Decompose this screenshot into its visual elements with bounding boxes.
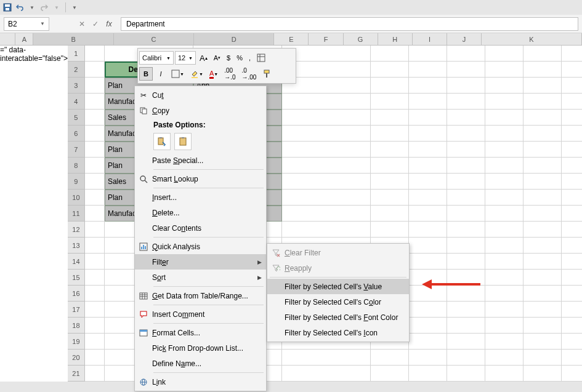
decrease-font-icon[interactable]: A▾ [211,51,223,65]
enter-icon[interactable]: ✓ [90,18,101,30]
row-header[interactable]: 2 [68,62,85,78]
quick-access-toolbar: ▼ ▼ ▼ [0,0,582,15]
row-header[interactable]: 1 [68,46,85,62]
paste-default-icon[interactable] [174,133,192,150]
row-header[interactable]: 11 [68,206,85,222]
menu-delete[interactable]: Delete... [135,205,266,220]
paste-keep-source-icon[interactable] [153,133,171,150]
name-box[interactable]: B2 ▼ [4,17,49,31]
svg-rect-22 [140,293,147,299]
menu-smart-lookup[interactable]: Smart Lookup [135,171,266,186]
menu-clear-contents[interactable]: Clear Contents [135,220,266,236]
menu-pick-list[interactable]: Pick From Drop-down List... [135,340,266,356]
col-header-d[interactable]: D [194,33,274,46]
col-header-k[interactable]: K [482,33,582,46]
font-size-combo[interactable]: 12▼ [175,51,196,65]
decrease-decimal-icon[interactable]: .00→.0 [222,67,238,81]
menu-format-cells[interactable]: Format Cells... [135,325,266,340]
italic-button[interactable]: I [154,67,168,81]
menu-paste-special[interactable]: Paste Special... [135,153,266,168]
format-painter-icon[interactable] [260,67,273,81]
submenu-filter-by-font-color[interactable]: Filter by Selected Cell's Font Color [267,310,409,325]
row-header[interactable]: 10 [68,190,85,206]
row-header[interactable]: 6 [68,126,85,142]
col-header-g[interactable]: G [344,33,378,46]
menu-copy[interactable]: Copy [135,103,266,118]
redo-dropdown-icon[interactable]: ▼ [52,2,62,12]
submenu-filter-by-value[interactable]: Filter by Selected Cell's Value [267,279,409,294]
undo-dropdown-icon[interactable]: ▼ [27,2,37,12]
col-header-i[interactable]: I [413,33,447,46]
row-header[interactable]: 5 [68,110,85,126]
row-header[interactable]: 16 [68,286,85,302]
formula-controls: ✕ ✓ fx [76,18,115,30]
row-header[interactable]: 14 [68,254,85,270]
row-header[interactable]: 8 [68,158,85,174]
submenu-clear-filter[interactable]: Clear Filter [267,245,409,260]
submenu-filter-by-icon[interactable]: Filter by Selected Cell's Icon [267,325,409,340]
row-header[interactable]: 7 [68,142,85,158]
clear-filter-icon [267,249,285,257]
select-all-corner[interactable] [0,33,15,46]
menu-insert[interactable]: Insert... [135,190,266,205]
menu-link[interactable]: Link [135,374,266,390]
increase-decimal-icon[interactable]: .0→.00 [240,67,259,81]
svg-rect-19 [141,247,142,249]
redo-icon[interactable] [39,2,49,12]
bold-button[interactable]: B [139,67,153,81]
row-header[interactable]: 9 [68,174,85,190]
row-header[interactable]: 21 [68,366,85,382]
menu-quick-analysis[interactable]: Quick Analysis [135,239,266,254]
reapply-icon [267,264,285,273]
row-header[interactable]: 12 [68,222,85,238]
font-color-icon[interactable]: A▼ [207,67,220,81]
svg-rect-27 [140,311,147,316]
percent-format-icon[interactable]: % [234,51,245,65]
row-header[interactable]: 17 [68,302,85,318]
svg-rect-13 [160,137,162,138]
svg-rect-9 [266,73,267,78]
menu-sort[interactable]: Sort▶ [135,270,266,285]
undo-icon[interactable] [15,2,25,12]
menu-insert-comment[interactable]: Insert Comment [135,306,266,322]
col-header-f[interactable]: F [309,33,343,46]
formula-bar[interactable]: Department [121,17,578,31]
col-header-a[interactable]: A [15,33,33,46]
format-cells-icon[interactable] [254,51,268,65]
row-header[interactable]: 4 [68,94,85,110]
svg-rect-8 [264,70,269,73]
increase-font-icon[interactable]: A▴ [197,51,210,65]
menu-cut[interactable]: ✂Cut [135,87,266,103]
menu-get-data[interactable]: Get Data from Table/Range... [135,288,266,303]
menu-define-name[interactable]: Define Name... [135,356,266,371]
col-header-c[interactable]: C [114,33,194,46]
svg-rect-15 [182,137,184,138]
font-name-combo[interactable]: Calibri▼ [139,51,174,65]
cancel-icon[interactable]: ✕ [76,18,87,30]
row-header[interactable]: 15 [68,270,85,286]
chevron-down-icon[interactable]: ▼ [40,21,45,26]
borders-icon[interactable]: ▼ [169,67,187,81]
qat-customize-icon[interactable]: ▼ [70,2,79,12]
svg-rect-1 [5,4,10,7]
mini-toolbar: Calibri▼ 12▼ A▴ A▾ $ % , B I ▼ ▼ A▼ .00→… [137,48,296,84]
col-header-j[interactable]: J [447,33,482,46]
fx-icon[interactable]: fx [103,18,115,30]
row-header[interactable]: 3 [68,78,85,94]
save-icon[interactable] [2,2,12,12]
scissors-icon: ✂ [135,91,152,100]
row-header[interactable]: 13 [68,238,85,254]
fill-color-icon[interactable]: ▼ [188,67,206,81]
row-header[interactable]: 20 [68,350,85,366]
col-header-h[interactable]: H [378,33,413,46]
quick-analysis-icon [135,242,152,251]
submenu-reapply[interactable]: Reapply [267,260,409,276]
col-header-b[interactable]: B [33,33,113,46]
menu-filter[interactable]: Filter▶ [135,254,266,270]
col-header-e[interactable]: E [274,33,309,46]
row-header[interactable]: 18 [68,318,85,334]
submenu-filter-by-color[interactable]: Filter by Selected Cell's Color [267,294,409,310]
row-header[interactable]: 19 [68,334,85,350]
comma-format-icon[interactable]: , [246,51,253,65]
accounting-format-icon[interactable]: $ [224,51,233,65]
